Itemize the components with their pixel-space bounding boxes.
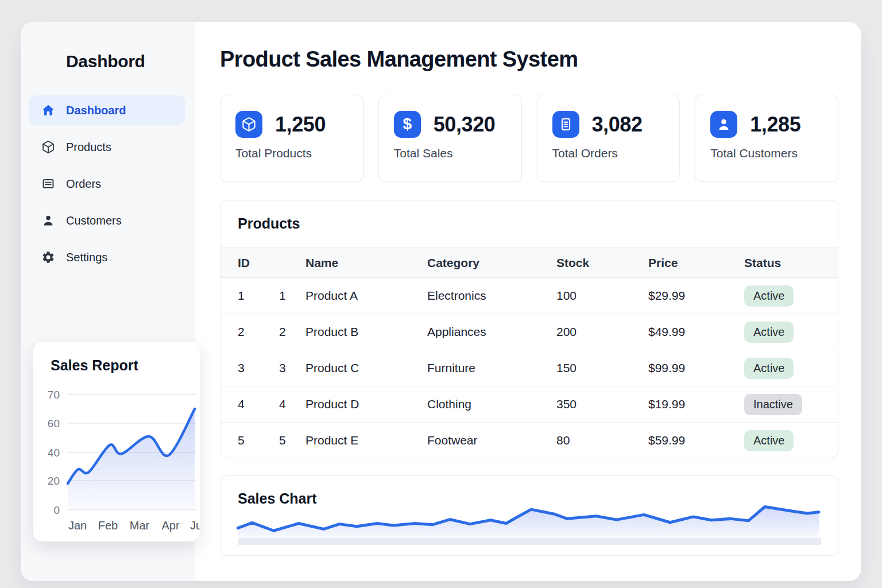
cell-name: Product A	[296, 289, 418, 303]
svg-text:Mar: Mar	[130, 519, 150, 532]
dollar-icon: $	[394, 111, 421, 138]
cell-id: 1	[220, 289, 262, 303]
person-icon	[41, 214, 55, 227]
user-icon	[710, 111, 737, 138]
status-badge: Active	[744, 358, 794, 379]
cell-category: Electronics	[418, 289, 547, 303]
package-icon	[41, 140, 55, 154]
cell-id: 5	[220, 434, 262, 447]
products-panel: Products ID Name Category Stock Price St…	[220, 200, 838, 458]
svg-text:20: 20	[48, 475, 60, 487]
stat-label: Total Products	[235, 146, 348, 160]
sidebar-item-products[interactable]: Products	[29, 132, 185, 162]
cell-stock: 200	[547, 325, 639, 339]
page-title: Product Sales Management System	[220, 47, 578, 72]
svg-text:70: 70	[48, 389, 60, 401]
cell-id: 4	[220, 397, 262, 411]
stat-card-total-orders: 3,082 Total Orders	[537, 95, 680, 182]
cell-name: Product B	[296, 325, 418, 339]
products-panel-title: Products	[220, 200, 838, 232]
cell-stock: 80	[547, 434, 639, 447]
svg-text:40: 40	[48, 447, 60, 459]
column-header-id: ID	[220, 256, 296, 270]
svg-text:Jun: Jun	[190, 519, 200, 532]
column-header-category: Category	[418, 256, 547, 270]
stat-label: Total Sales	[394, 146, 506, 160]
cell-price: $49.99	[639, 325, 735, 339]
cell-id-repeat: 2	[262, 325, 296, 339]
status-badge: Active	[744, 430, 794, 451]
cell-id: 3	[220, 361, 262, 375]
table-row[interactable]: 4 4 Product D Clothing 350 $19.99 Inacti…	[220, 386, 838, 423]
sidebar-item-label: Settings	[66, 251, 107, 264]
stat-label: Total Orders	[552, 146, 665, 160]
sales-chart-panel: Sales Chart	[220, 475, 838, 556]
stat-cards: 1,250 Total Products $ 50,320 Total Sale…	[220, 95, 838, 182]
sidebar-item-label: Orders	[66, 177, 101, 191]
column-header-status: Status	[735, 256, 838, 270]
cell-name: Product D	[296, 397, 418, 411]
stat-value: 1,285	[750, 113, 800, 137]
sales-report-title: Sales Report	[33, 342, 200, 374]
stat-label: Total Customers	[710, 146, 823, 160]
svg-text:Feb: Feb	[98, 519, 118, 532]
stat-card-total-customers: 1,285 Total Customers	[695, 95, 838, 182]
cell-category: Appliances	[418, 325, 547, 339]
column-header-stock: Stock	[547, 256, 639, 270]
stat-value: 1,250	[275, 113, 326, 137]
sidebar-item-dashboard[interactable]: Dashboard	[29, 95, 185, 125]
sidebar-item-label: Products	[66, 141, 111, 154]
sidebar-nav: Dashboard Products Orders Customers	[29, 95, 185, 272]
svg-text:Apr: Apr	[161, 519, 179, 532]
cell-category: Furniture	[418, 361, 547, 375]
cell-stock: 150	[547, 361, 639, 375]
gear-icon	[41, 250, 55, 264]
stat-value: 3,082	[592, 113, 643, 137]
sidebar-title: Dashbord	[66, 52, 145, 71]
column-header-price: Price	[639, 256, 735, 270]
table-header: ID Name Category Stock Price Status	[220, 247, 838, 278]
table-row[interactable]: 5 5 Product E Footwear 80 $59.99 Active	[220, 423, 838, 458]
cell-category: Clothing	[418, 397, 547, 411]
cell-category: Footwear	[418, 434, 547, 447]
sidebar-item-customers[interactable]: Customers	[29, 206, 185, 235]
cell-price: $59.99	[639, 434, 735, 447]
sales-chart	[237, 499, 823, 547]
cell-price: $99.99	[639, 361, 735, 375]
status-badge: Inactive	[744, 394, 802, 415]
cell-stock: 100	[547, 289, 639, 303]
cell-id: 2	[220, 325, 262, 339]
cell-id-repeat: 1	[262, 289, 296, 303]
table-row[interactable]: 3 3 Product C Furniture 150 $99.99 Activ…	[220, 350, 838, 386]
cell-id-repeat: 3	[262, 361, 296, 375]
cell-id-repeat: 4	[262, 397, 296, 411]
home-icon	[41, 103, 55, 117]
svg-text:Jan: Jan	[68, 519, 87, 532]
sidebar-item-settings[interactable]: Settings	[29, 242, 185, 272]
cell-name: Product C	[296, 361, 418, 375]
status-badge: Active	[744, 322, 794, 343]
sidebar-item-orders[interactable]: Orders	[29, 169, 185, 199]
cell-id-repeat: 5	[262, 434, 296, 447]
sidebar-item-label: Customers	[66, 214, 122, 227]
svg-text:0: 0	[53, 504, 60, 516]
table-row[interactable]: 2 2 Product B Appliances 200 $49.99 Acti…	[220, 314, 838, 350]
orders-card-icon	[41, 177, 55, 191]
table-row[interactable]: 1 1 Product A Electronics 100 $29.99 Act…	[220, 278, 838, 314]
stat-card-total-sales: $ 50,320 Total Sales	[378, 95, 522, 182]
document-icon	[552, 111, 579, 138]
sales-report-chart: 706040200JanFebMarAprJun	[33, 382, 200, 541]
cell-price: $19.99	[639, 397, 735, 411]
svg-text:60: 60	[48, 417, 60, 430]
stat-value: 50,320	[434, 113, 496, 137]
status-badge: Active	[744, 285, 794, 307]
table-body: 1 1 Product A Electronics 100 $29.99 Act…	[220, 278, 838, 458]
stat-card-total-products: 1,250 Total Products	[220, 95, 363, 182]
cell-name: Product E	[296, 434, 418, 447]
cell-price: $29.99	[639, 289, 735, 303]
sales-report-card: Sales Report 706040200JanFebMarAprJun	[33, 342, 200, 541]
app-window: Dashbord Dashboard Products Orders	[21, 22, 861, 581]
sidebar-item-label: Dashboard	[66, 104, 126, 117]
cell-stock: 350	[547, 397, 639, 411]
column-header-name: Name	[296, 256, 418, 270]
